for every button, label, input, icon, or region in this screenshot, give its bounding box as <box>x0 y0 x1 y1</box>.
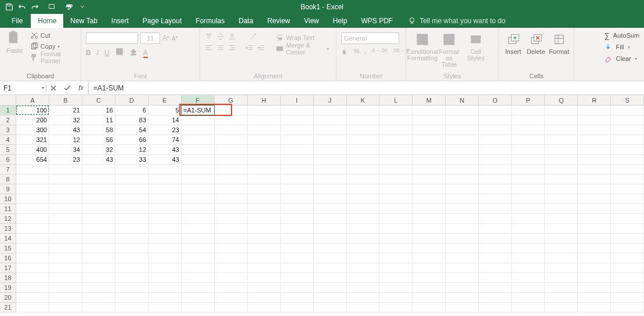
select-all-corner[interactable] <box>0 95 16 105</box>
row-header[interactable]: 16 <box>0 253 16 263</box>
cell[interactable] <box>314 106 347 115</box>
italic-button[interactable]: I <box>97 49 99 57</box>
cell[interactable] <box>82 244 115 253</box>
cell[interactable] <box>115 224 149 234</box>
cell[interactable] <box>149 283 182 293</box>
cell[interactable] <box>446 194 479 204</box>
cell[interactable] <box>49 283 82 293</box>
cell[interactable] <box>413 106 446 115</box>
cell[interactable] <box>347 293 380 303</box>
spellcheck-icon[interactable]: ABC <box>64 1 75 13</box>
cell[interactable] <box>479 263 512 273</box>
tab-wps-pdf[interactable]: WPS PDF <box>354 14 400 28</box>
cell[interactable] <box>611 263 644 273</box>
cell[interactable] <box>182 244 215 253</box>
cell[interactable] <box>578 106 611 115</box>
cell[interactable] <box>182 263 215 273</box>
cell[interactable] <box>578 125 611 135</box>
font-size-combo[interactable]: 11 <box>140 32 160 44</box>
cell[interactable] <box>248 244 281 253</box>
cell[interactable] <box>545 283 578 293</box>
cell[interactable] <box>479 283 512 293</box>
cell[interactable] <box>182 135 215 145</box>
cell[interactable]: 56 <box>82 135 115 145</box>
cell[interactable] <box>611 184 644 194</box>
cell[interactable] <box>248 224 281 234</box>
cell[interactable] <box>215 234 248 244</box>
tab-page-layout[interactable]: Page Layout <box>136 14 189 28</box>
cell[interactable] <box>446 263 479 273</box>
cell[interactable] <box>314 234 347 244</box>
cell[interactable] <box>115 204 149 214</box>
cell[interactable] <box>314 155 347 165</box>
cell[interactable]: 321 <box>16 135 49 145</box>
cell[interactable] <box>545 175 578 184</box>
cell[interactable] <box>379 303 413 313</box>
cell[interactable] <box>248 175 281 184</box>
cell[interactable] <box>281 175 314 184</box>
cell[interactable] <box>379 234 413 244</box>
cell[interactable] <box>182 155 215 165</box>
cell[interactable] <box>347 224 380 234</box>
cell[interactable] <box>314 214 347 224</box>
cell[interactable] <box>182 234 215 244</box>
cell[interactable] <box>281 224 314 234</box>
cell[interactable]: 32 <box>82 145 115 155</box>
align-top-icon[interactable] <box>205 32 213 41</box>
name-box[interactable]: F1 ▾ <box>0 81 46 95</box>
column-header[interactable]: P <box>512 95 545 105</box>
cell[interactable] <box>479 145 512 155</box>
bold-button[interactable]: B <box>86 49 91 57</box>
cell[interactable] <box>314 283 347 293</box>
cell[interactable] <box>115 293 149 303</box>
cell[interactable] <box>446 165 479 175</box>
cell[interactable] <box>149 194 182 204</box>
cell[interactable] <box>578 145 611 155</box>
cell[interactable] <box>611 244 644 253</box>
row-header[interactable]: 19 <box>0 283 16 293</box>
cell[interactable] <box>512 165 545 175</box>
cell[interactable] <box>413 115 446 125</box>
cell[interactable] <box>611 224 644 234</box>
cell[interactable] <box>314 293 347 303</box>
column-header[interactable]: K <box>347 95 380 105</box>
cell[interactable]: 300 <box>16 125 49 135</box>
cell[interactable] <box>115 214 149 224</box>
row-header[interactable]: 8 <box>0 175 16 184</box>
cell[interactable]: 43 <box>49 125 82 135</box>
cell[interactable] <box>314 175 347 184</box>
cell[interactable] <box>413 224 446 234</box>
cell[interactable] <box>314 184 347 194</box>
cell[interactable] <box>347 204 380 214</box>
cell[interactable] <box>49 293 82 303</box>
cell[interactable]: 6 <box>115 106 149 115</box>
cell[interactable] <box>347 253 380 263</box>
cell[interactable] <box>215 214 248 224</box>
cell[interactable] <box>149 253 182 263</box>
cell[interactable] <box>446 106 479 115</box>
cell[interactable] <box>347 184 380 194</box>
cell[interactable] <box>379 263 413 273</box>
cell[interactable] <box>248 184 281 194</box>
cell[interactable] <box>215 145 248 155</box>
cell[interactable] <box>215 155 248 165</box>
cell[interactable] <box>446 283 479 293</box>
cell[interactable] <box>545 135 578 145</box>
cell[interactable] <box>578 155 611 165</box>
cell[interactable] <box>149 234 182 244</box>
cell[interactable] <box>149 263 182 273</box>
cell[interactable] <box>16 253 49 263</box>
cell[interactable] <box>281 253 314 263</box>
cell[interactable] <box>16 184 49 194</box>
tab-file[interactable]: File <box>3 14 31 28</box>
align-bottom-icon[interactable] <box>228 32 236 41</box>
cell[interactable] <box>545 244 578 253</box>
column-header[interactable]: S <box>611 95 644 105</box>
cell[interactable] <box>215 194 248 204</box>
cell[interactable]: 12 <box>115 145 149 155</box>
fill-color-button[interactable] <box>129 48 138 57</box>
row-header[interactable]: 2 <box>0 115 16 125</box>
insert-cells-button[interactable]: Insert <box>504 31 523 55</box>
format-as-table-button[interactable]: Format as Table <box>437 31 461 68</box>
cell[interactable] <box>314 263 347 273</box>
